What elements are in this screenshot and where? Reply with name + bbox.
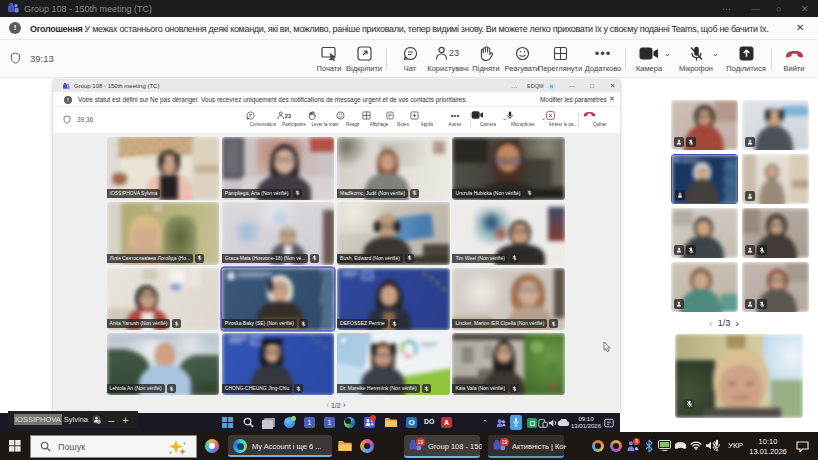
svg-text:0: 0: [98, 420, 100, 424]
svg-text:23: 23: [285, 113, 291, 119]
